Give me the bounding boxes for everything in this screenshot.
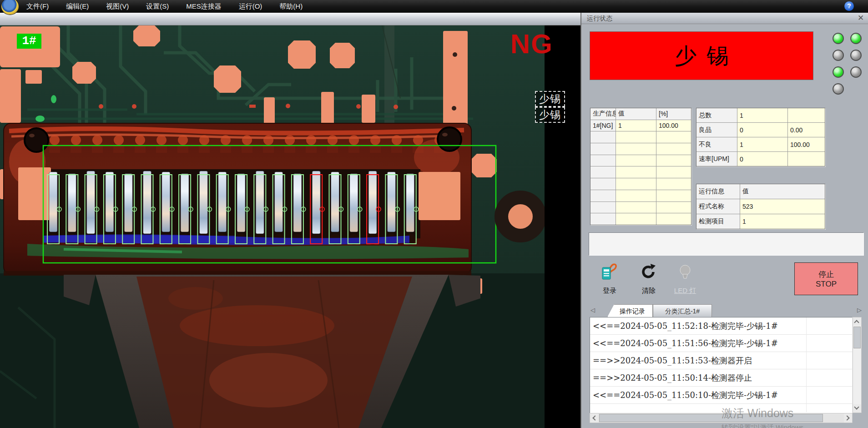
connector-hole-right bbox=[438, 127, 461, 151]
indicator-light-gray bbox=[833, 83, 844, 95]
scroll-right-icon[interactable] bbox=[844, 413, 852, 423]
menu-item[interactable]: 编辑(E) bbox=[64, 2, 91, 11]
led-bulb-icon bbox=[675, 261, 695, 283]
scroll-up-icon[interactable] bbox=[853, 317, 861, 326]
table-cell bbox=[656, 166, 691, 178]
production-info-table: 生产信息值[%]1#[NG]1100.00 bbox=[590, 108, 691, 225]
table-cell bbox=[656, 178, 691, 190]
table-cell bbox=[616, 202, 656, 213]
table-cell bbox=[788, 108, 825, 122]
table-cell: 程式名称 bbox=[696, 199, 740, 214]
table-cell bbox=[616, 213, 656, 225]
totals-table: 总数1良品00.00不良1100.00速率[UPM]0 bbox=[696, 108, 825, 166]
table-cell: 1 bbox=[737, 108, 787, 122]
app-window: 文件(F)编辑(E)视图(V)设置(S)MES连接器运行(O)帮助(H) ? 相… bbox=[0, 0, 868, 428]
run-info-table: 运行信息值程式名称523检测项目1 bbox=[696, 184, 825, 229]
table-cell bbox=[656, 155, 691, 166]
stop-label-cn: 停止 bbox=[795, 270, 858, 279]
table-cell: 检测项目 bbox=[696, 214, 740, 229]
log-tabs-left-arrow-icon[interactable]: ◁ bbox=[590, 307, 595, 313]
table-cell bbox=[616, 166, 656, 178]
table-cell bbox=[616, 190, 656, 201]
table-cell bbox=[616, 131, 656, 143]
table-cell bbox=[590, 155, 616, 166]
table-cell: 523 bbox=[740, 199, 825, 214]
table-cell: 速率[UPM] bbox=[696, 152, 737, 166]
menu-item[interactable]: 运行(O) bbox=[237, 2, 264, 11]
camera-tab-bar bbox=[0, 13, 580, 25]
indicator-light-green bbox=[833, 33, 844, 44]
log-entry: ==>>2024-05-05_11:51:53-检测器开启 bbox=[590, 352, 852, 369]
badge-icon bbox=[600, 261, 620, 283]
table-cell bbox=[656, 202, 691, 213]
stop-button[interactable]: 停止 STOP bbox=[794, 262, 858, 295]
station-label: 1# bbox=[17, 34, 41, 49]
table-cell bbox=[590, 166, 616, 178]
scroll-left-icon[interactable] bbox=[590, 413, 598, 423]
tab-summary[interactable]: 分类汇总-1# bbox=[653, 304, 712, 317]
indicator-light-green bbox=[850, 33, 862, 44]
connector-hole-left bbox=[25, 128, 48, 152]
table-cell: 1 bbox=[737, 137, 787, 151]
menu-item[interactable]: 帮助(H) bbox=[278, 2, 304, 11]
table-cell bbox=[656, 213, 691, 225]
led-label: LED 灯 bbox=[669, 287, 701, 295]
menu-item[interactable]: 文件(F) bbox=[25, 2, 50, 11]
close-icon[interactable]: ✕ bbox=[856, 14, 865, 23]
table-cell bbox=[656, 143, 691, 155]
table-cell: 0.00 bbox=[788, 123, 825, 137]
table-cell bbox=[656, 131, 691, 143]
defect-tag: 少锡 bbox=[535, 91, 565, 107]
help-icon[interactable]: ? bbox=[844, 1, 854, 11]
defect-banner-text: 少锡 bbox=[665, 41, 738, 70]
table-cell bbox=[616, 178, 656, 190]
login-label: 登录 bbox=[593, 287, 626, 295]
log-vertical-scrollbar[interactable] bbox=[853, 317, 862, 413]
menu-item[interactable]: MES连接器 bbox=[184, 2, 223, 11]
stop-label-en: STOP bbox=[795, 279, 858, 289]
table-cell: 100.00 bbox=[656, 120, 691, 131]
log-entry: <<==2024-05-05_11:52:18-检测完毕-少锡-1# bbox=[590, 317, 852, 335]
indicator-light-gray bbox=[850, 66, 862, 78]
led-light-button[interactable]: LED 灯 bbox=[669, 261, 701, 296]
table-header-cell: [%] bbox=[656, 108, 691, 120]
pcb-inspection-image bbox=[0, 25, 580, 428]
log-tabs-right-arrow-icon[interactable]: ▷ bbox=[857, 307, 862, 313]
message-box bbox=[589, 232, 864, 256]
log-column-divider bbox=[806, 317, 807, 412]
log-entry: <<==2024-05-05_11:50:10-检测完毕-少锡-1# bbox=[590, 387, 852, 404]
indicator-light-gray bbox=[833, 50, 844, 61]
log-entry: ==>>2024-05-05_11:50:14-检测器停止 bbox=[590, 369, 852, 387]
clear-label: 清除 bbox=[632, 287, 665, 295]
table-cell bbox=[616, 155, 656, 166]
menu-items: 文件(F)编辑(E)视图(V)设置(S)MES连接器运行(O)帮助(H) bbox=[25, 0, 304, 13]
camera-view: 1# NG 少锡 少锡 bbox=[0, 25, 580, 428]
table-cell: 100.00 bbox=[788, 137, 825, 151]
clear-button[interactable]: 清除 bbox=[632, 261, 665, 296]
vscroll-thumb[interactable] bbox=[853, 327, 861, 348]
table-header-cell: 生产信息 bbox=[590, 108, 616, 120]
tab-operation-log[interactable]: 操作记录 bbox=[607, 304, 653, 317]
table-cell bbox=[590, 213, 616, 225]
indicator-light-green bbox=[833, 66, 844, 78]
table-cell bbox=[590, 178, 616, 190]
log-horizontal-scrollbar[interactable] bbox=[590, 413, 853, 423]
table-header-cell: 值 bbox=[616, 108, 656, 120]
refresh-icon bbox=[639, 261, 659, 283]
table-cell: 1#[NG] bbox=[590, 120, 616, 131]
table-cell bbox=[590, 131, 616, 143]
panel-title: 运行状态 bbox=[587, 15, 612, 23]
table-cell bbox=[590, 202, 616, 213]
log-entry: <<==2024-05-05_11:51:56-检测完毕-少锡-1# bbox=[590, 335, 852, 352]
inspection-result-text: NG bbox=[510, 28, 553, 60]
login-button[interactable]: 登录 bbox=[593, 261, 626, 296]
hscroll-thumb[interactable] bbox=[599, 414, 823, 422]
watermark-line2: 转到“设置”以激活 Windows bbox=[722, 423, 803, 428]
table-header-cell: 运行信息 bbox=[696, 184, 740, 199]
menu-item[interactable]: 视图(V) bbox=[104, 2, 131, 11]
defect-banner: 少锡 bbox=[590, 31, 813, 80]
table-cell: 良品 bbox=[696, 123, 737, 137]
menu-item[interactable]: 设置(S) bbox=[144, 2, 171, 11]
scroll-down-icon[interactable] bbox=[853, 404, 861, 413]
table-cell: 总数 bbox=[696, 108, 737, 122]
